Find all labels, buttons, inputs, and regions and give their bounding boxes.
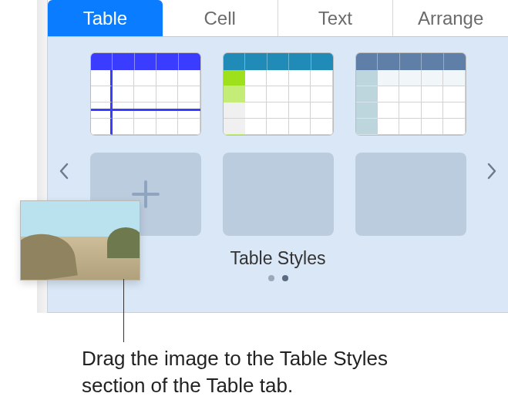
tab-table[interactable]: Table [48, 0, 163, 36]
dragged-image-thumbnail[interactable] [20, 200, 140, 281]
callout-text: Drag the image to the Table Styles secti… [82, 345, 421, 399]
table-style-thumbnail[interactable] [90, 52, 201, 136]
table-style-row [48, 52, 508, 136]
next-styles-icon[interactable] [486, 160, 497, 185]
page-dot[interactable] [268, 275, 274, 281]
empty-style-slot[interactable] [355, 153, 466, 236]
page-dot[interactable] [282, 275, 288, 281]
inspector-tabbar: Table Cell Text Arrange [48, 0, 508, 37]
tab-text[interactable]: Text [278, 0, 394, 36]
empty-style-slot[interactable] [223, 153, 334, 236]
table-style-thumbnail[interactable] [223, 52, 334, 136]
tab-cell[interactable]: Cell [163, 0, 278, 36]
callout-leader-line [123, 279, 124, 342]
tab-arrange[interactable]: Arrange [393, 0, 508, 36]
prev-styles-icon[interactable] [59, 160, 69, 185]
table-style-thumbnail[interactable] [355, 52, 466, 136]
